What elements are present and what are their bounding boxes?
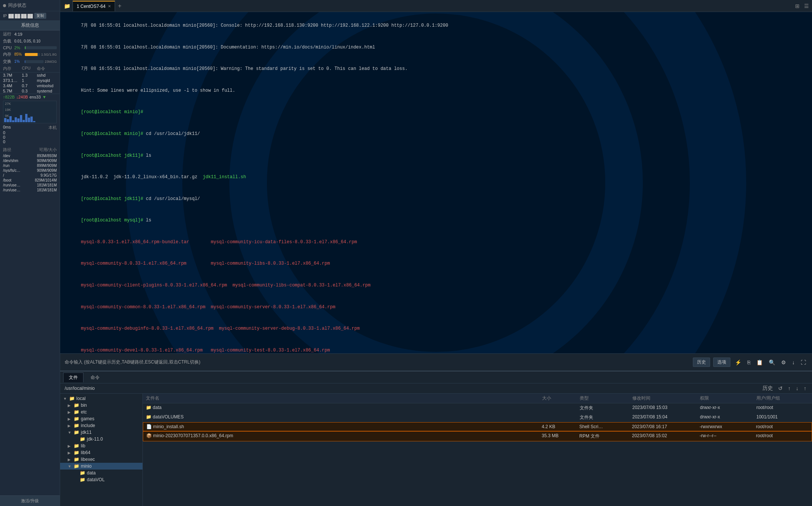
file-upload-icon[interactable]: ↑ <box>803 385 807 391</box>
proc2-cpu: 0.7 <box>22 83 37 88</box>
file-row-minio-install[interactable]: 📄 minio_install.sh 4.2 KB Shell Scri… 20… <box>143 422 812 431</box>
file-refresh-icon[interactable]: ↺ <box>777 385 784 391</box>
swap-row: 交换 1% 23M/2G <box>0 58 60 65</box>
mem-value: 85% <box>14 52 25 56</box>
term-line: mysql-community-devel-8.0.33-1.el7.x86_6… <box>65 339 807 353</box>
proc1-mem: 373.1… <box>3 78 22 83</box>
disk-header: 路径 可用/大小 <box>0 146 60 153</box>
file-path-bar: /usr/local/minio 历史 ↺ ↑ ↓ ↑ <box>60 383 812 394</box>
cmd-input-field[interactable] <box>203 359 690 365</box>
disk-row: /run 899M/909M <box>0 163 60 168</box>
tree-panel[interactable]: ▼ 📁 local ▶ 📁 bin ▶ 📁 etc ▶ 📁 ga <box>60 394 143 506</box>
tree-item-games[interactable]: ▶ 📁 games <box>60 415 142 422</box>
tree-item-bin[interactable]: ▶ 📁 bin <box>60 402 142 409</box>
file-up-icon[interactable]: ↑ <box>787 385 792 391</box>
cpu-bar <box>25 46 26 49</box>
tree-item-jdk11[interactable]: ▼ 📁 jdk11 <box>60 429 142 436</box>
tree-label: lib <box>81 443 85 448</box>
cmd-input-label: 命令输入 (按ALT键提示历史,TAB键路径,ESC键返回,双击CTRL切换) <box>65 359 200 365</box>
sys-info-button[interactable]: 系统信息 <box>0 21 60 30</box>
fullscreen-icon[interactable]: ⛶ <box>799 359 807 366</box>
tree-item-libexec[interactable]: ▶ 📁 libexec <box>60 456 142 463</box>
proc0-cpu: 1.3 <box>22 73 37 77</box>
proc-header-cpu: CPU <box>22 66 37 71</box>
ip-row: IP ██ ██.██.██ 复制 <box>0 11 60 21</box>
disk-row: /run/use… 181M/181M <box>0 183 60 188</box>
net-up-icon: ↑822B <box>3 95 15 99</box>
tree-item-jdk110[interactable]: 📁 jdk-11.0 <box>60 436 142 442</box>
copy-icon[interactable]: ⎘ <box>746 359 752 366</box>
load-value: 0.01, 0.05, 0.10 <box>14 39 41 43</box>
file2-modified: 2023/07/08 16:17 <box>632 424 700 429</box>
history-button[interactable]: 历史 <box>693 358 710 367</box>
tree-item-etc[interactable]: ▶ 📁 etc <box>60 409 142 415</box>
disk-path-col: 路径 <box>3 147 11 153</box>
ping-value: 0ms <box>3 125 11 130</box>
col-size[interactable]: 大小 <box>542 395 580 401</box>
list-view-button[interactable]: ☰ <box>803 2 810 10</box>
col-type[interactable]: 类型 <box>580 395 632 401</box>
file0-user: root/root <box>756 405 809 411</box>
runtime-label: 运行 <box>3 31 14 37</box>
mem-row: 内存 85% 1.5G/1.8G <box>0 51 60 58</box>
grid-view-button[interactable]: ⊞ <box>794 2 801 10</box>
proc-header-cmd: 命令 <box>37 66 57 71</box>
download-icon[interactable]: ↓ <box>791 359 796 366</box>
load-row: 负载 0.01, 0.05, 0.10 <box>0 38 60 45</box>
copy-ip-button[interactable]: 复制 <box>34 13 46 19</box>
col-perms[interactable]: 权限 <box>700 395 756 401</box>
file-row-datavolumes[interactable]: 📁 dataVOLUMES 文件夹 2023/07/08 15:04 drwxr… <box>143 413 812 422</box>
file-row-data[interactable]: 📁 data 文件夹 2023/07/08 15:03 drwxr-xr-x r… <box>143 403 812 413</box>
tree-item-local[interactable]: ▼ 📁 local <box>60 395 142 402</box>
chevron-right-icon: ▶ <box>68 451 72 455</box>
file-row-minio-rpm[interactable]: 📦 minio-20230707071357.0.0.x86_64.rpm 35… <box>143 431 812 441</box>
terminal[interactable]: 7月 08 16:55:01 localhost.localdomain min… <box>60 12 812 353</box>
term-line: 7月 08 16:55:01 localhost.localdomain min… <box>65 58 807 80</box>
col-filename[interactable]: 文件名 <box>146 395 542 401</box>
tab-files[interactable]: 文件 <box>63 373 83 382</box>
tree-item-minio-data[interactable]: 📁 data <box>60 470 142 476</box>
folder-icon: 📁 <box>74 409 79 415</box>
tree-label: games <box>81 416 94 421</box>
chevron-down-icon: ▼ <box>68 464 72 468</box>
chevron-down-icon[interactable]: ▼ <box>42 95 46 99</box>
term-line: mysql-community-client-plugins-8.0.33-1.… <box>65 275 807 297</box>
file-download-icon[interactable]: ↓ <box>795 385 800 391</box>
col-user[interactable]: 用户/用户组 <box>756 395 809 401</box>
file1-user: 1001/1001 <box>756 414 809 421</box>
settings-icon[interactable]: ⚙ <box>780 359 788 366</box>
file3-user: root/root <box>756 433 809 439</box>
tab-command[interactable]: 命令 <box>85 373 105 382</box>
load-label: 负载 <box>3 38 14 44</box>
add-tab-button[interactable]: + <box>115 1 124 11</box>
file-history-button[interactable]: 历史 <box>761 385 774 392</box>
file-list-header: 文件名 大小 类型 修改时间 权限 用户/用户组 <box>143 394 812 403</box>
paste-icon[interactable]: 📋 <box>755 359 764 366</box>
ping-section: 0ms 本机 0 0 0 <box>0 124 60 145</box>
folder-icon: 📁 <box>80 470 85 476</box>
tree-item-minio-datavol[interactable]: 📁 dataVOL <box>60 476 142 483</box>
tree-label: include <box>81 423 95 428</box>
options-button[interactable]: 选项 <box>713 358 730 367</box>
chevron-down-icon: ▼ <box>63 397 68 401</box>
shell-script-icon: 📄 <box>146 424 153 429</box>
activate-button[interactable]: 激活/升级 <box>0 495 60 506</box>
tree-item-minio[interactable]: ▼ 📁 minio <box>60 463 142 470</box>
search-icon[interactable]: 🔍 <box>767 359 777 366</box>
tree-label: jdk11 <box>81 430 92 435</box>
tree-item-lib64[interactable]: ▶ 📁 lib64 <box>60 449 142 456</box>
disk-row: /boot 829M/1014M <box>0 178 60 183</box>
disk5-path: /boot <box>3 178 11 182</box>
sync-dot-icon <box>3 4 6 7</box>
tab-close-icon[interactable]: ✕ <box>108 4 111 8</box>
lightning-icon[interactable]: ⚡ <box>733 359 743 366</box>
tree-item-lib[interactable]: ▶ 📁 lib <box>60 442 142 449</box>
tree-item-include[interactable]: ▶ 📁 include <box>60 422 142 429</box>
main-area: 📁 1 CentOS7-64 ✕ + ⊞ ☰ 7月 08 16:55:01 lo… <box>60 0 812 506</box>
sidebar: 同步状态 IP ██ ██.██.██ 复制 系统信息 运行 4:19 负载 0… <box>0 0 60 506</box>
tab-centos7-64[interactable]: 1 CentOS7-64 ✕ <box>73 1 115 11</box>
tree-label: etc <box>81 409 87 415</box>
proc1-cmd: mysqld <box>37 78 57 83</box>
col-modified[interactable]: 修改时间 <box>632 395 700 401</box>
file1-size <box>542 414 580 421</box>
